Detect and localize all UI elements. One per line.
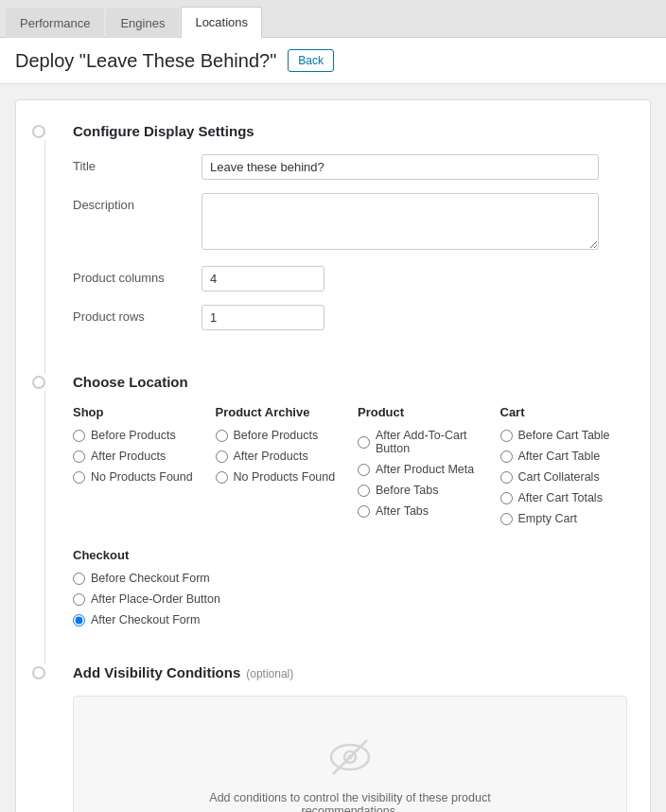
checkout-before-form[interactable]: Before Checkout Form xyxy=(73,572,627,585)
choose-location-section: Choose Location Shop Before Products Aft… xyxy=(39,374,627,634)
cart-column: Cart Before Cart Table After Cart Table … xyxy=(500,405,628,533)
step-dot-1 xyxy=(32,125,45,138)
archive-after-products[interactable]: After Products xyxy=(216,450,343,463)
product-columns-input[interactable] xyxy=(202,266,324,291)
product-column-title: Product xyxy=(358,405,485,419)
tab-locations[interactable]: Locations xyxy=(181,7,262,38)
title-label: Title xyxy=(73,154,186,173)
shop-column-title: Shop xyxy=(73,405,201,419)
archive-before-products[interactable]: Before Products xyxy=(216,429,343,442)
product-archive-column-title: Product Archive xyxy=(216,405,343,419)
product-after-meta[interactable]: After Product Meta xyxy=(358,463,485,476)
cart-column-title: Cart xyxy=(500,405,628,419)
location-grid: Shop Before Products After Products No P… xyxy=(73,405,627,533)
product-rows-label: Product rows xyxy=(73,305,186,324)
checkout-title: Checkout xyxy=(73,548,627,562)
visibility-empty-area: Add conditions to control the visibility… xyxy=(73,696,627,812)
eye-icon xyxy=(327,734,373,780)
configure-section: Configure Display Settings Title Descrip… xyxy=(39,123,627,344)
cart-after-cart-table[interactable]: After Cart Table xyxy=(500,450,628,463)
archive-no-products-found[interactable]: No Products Found xyxy=(216,470,343,484)
product-after-addtocart[interactable]: After Add-To-Cart Button xyxy=(358,429,485,455)
back-button[interactable]: Back xyxy=(288,49,334,72)
tab-engines[interactable]: Engines xyxy=(106,8,179,38)
product-column: Product After Add-To-Cart Button After P… xyxy=(358,405,485,533)
step-dot-3 xyxy=(32,666,45,680)
page-header: Deploy "Leave These Behind?" Back xyxy=(0,38,666,84)
cart-before-cart-table[interactable]: Before Cart Table xyxy=(500,429,628,442)
cart-empty-cart[interactable]: Empty Cart xyxy=(500,512,628,525)
description-input[interactable] xyxy=(202,193,599,250)
page-title: Deploy "Leave These Behind?" xyxy=(15,50,276,72)
product-rows-input[interactable] xyxy=(202,305,324,330)
checkout-section: Checkout Before Checkout Form After Plac… xyxy=(73,548,627,627)
visibility-section-title: Add Visibility Conditions xyxy=(73,664,240,680)
tabs-bar: Performance Engines Locations xyxy=(0,0,666,38)
cart-after-cart-totals[interactable]: After Cart Totals xyxy=(500,491,628,504)
shop-no-products-found[interactable]: No Products Found xyxy=(73,470,201,484)
configure-section-title: Configure Display Settings xyxy=(73,123,627,139)
checkout-after-place-order[interactable]: After Place-Order Button xyxy=(73,592,627,606)
product-columns-label: Product columns xyxy=(73,266,186,285)
main-card: Configure Display Settings Title Descrip… xyxy=(15,99,651,812)
optional-label: (optional) xyxy=(246,667,293,680)
shop-column: Shop Before Products After Products No P… xyxy=(73,405,201,533)
visibility-empty-text: Add conditions to control the visibility… xyxy=(189,791,511,812)
step-dot-2 xyxy=(32,376,45,389)
checkout-after-form[interactable]: After Checkout Form xyxy=(73,613,627,627)
title-input[interactable] xyxy=(202,154,599,180)
product-after-tabs[interactable]: After Tabs xyxy=(358,504,485,518)
visibility-section: Add Visibility Conditions (optional) Add… xyxy=(39,664,627,812)
tab-performance[interactable]: Performance xyxy=(6,8,104,38)
product-before-tabs[interactable]: Before Tabs xyxy=(358,484,485,497)
product-archive-column: Product Archive Before Products After Pr… xyxy=(216,405,343,533)
shop-before-products[interactable]: Before Products xyxy=(73,429,201,442)
shop-after-products[interactable]: After Products xyxy=(73,450,201,463)
cart-collaterals[interactable]: Cart Collaterals xyxy=(500,470,628,484)
description-label: Description xyxy=(73,193,186,212)
choose-location-title: Choose Location xyxy=(73,374,627,390)
